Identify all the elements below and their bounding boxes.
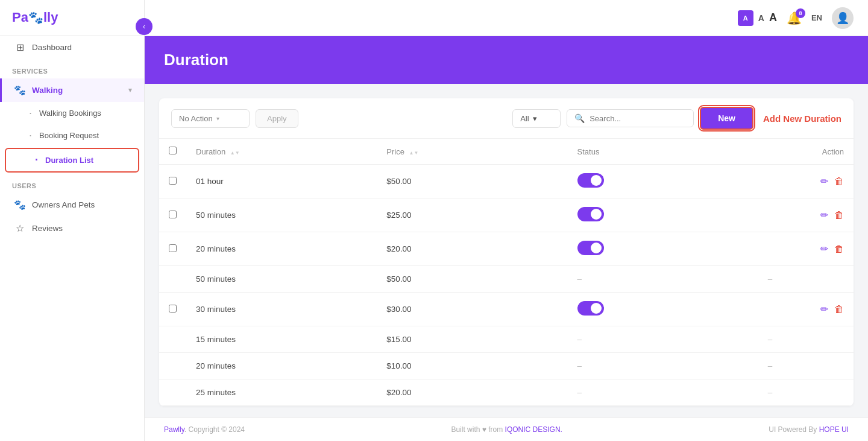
no-action-chevron-icon: ▾ [216, 115, 219, 122]
main-content: A A A 🔔 8 EN 👤 Duration No Action ▾ Appl… [145, 0, 868, 441]
row-status: – [568, 266, 758, 293]
sidebar-item-owners-pets[interactable]: 🐾 Owners And Pets [0, 193, 144, 217]
font-large-button[interactable]: A [769, 11, 777, 24]
content-area: No Action ▾ Apply All ▾ 🔍 New Add New Du… [145, 84, 868, 417]
new-button-label: New [718, 113, 735, 123]
sidebar: Pa🐾lly ‹ ⊞ Dashboard SERVICES 🐾 Walking … [0, 0, 145, 441]
edit-button[interactable]: ✏ [820, 243, 828, 255]
col-action: Action [758, 139, 854, 165]
sort-icon: ▲▼ [230, 151, 240, 156]
delete-button[interactable]: 🗑 [834, 244, 844, 255]
footer-pawlly-link[interactable]: Pawlly [164, 425, 184, 434]
col-checkbox [159, 139, 186, 165]
row-checkbox[interactable] [169, 305, 177, 313]
page-title: Duration [164, 51, 849, 69]
action-dash: – [768, 335, 773, 344]
sidebar-walking-label: Walking [32, 86, 63, 95]
row-checkbox[interactable] [169, 177, 177, 185]
font-medium-button[interactable]: A [758, 13, 764, 23]
row-status [568, 232, 758, 266]
footer-hope-link[interactable]: HOPE UI [819, 425, 849, 434]
row-action: ✏🗑 [758, 165, 854, 198]
sidebar-item-walking-bookings[interactable]: · Walking Bookings [0, 102, 144, 124]
row-checkbox[interactable] [169, 211, 177, 218]
row-duration: 50 minutes [186, 266, 377, 293]
footer-copyright: Pawlly. Copyright © 2024 [164, 425, 245, 434]
status-toggle[interactable] [577, 241, 604, 255]
row-action: ✏🗑 [758, 198, 854, 232]
reviews-icon: ☆ [14, 223, 26, 234]
filter-all-select[interactable]: All ▾ [512, 109, 561, 128]
sub-dot-active-icon: · [35, 154, 38, 167]
reviews-label: Reviews [32, 224, 63, 233]
language-button[interactable]: EN [811, 13, 822, 22]
footer-built-with: Built with ♥ from IQONIC DESIGN. [451, 425, 562, 434]
table-header-row: Duration ▲▼ Price ▲▼ Status Action [159, 139, 854, 165]
footer-iqonic-link[interactable]: IQONIC DESIGN. [505, 425, 562, 434]
avatar[interactable]: 👤 [832, 7, 854, 29]
table-row: 20 minutes$20.00✏🗑 [159, 232, 854, 266]
row-checkbox[interactable] [169, 244, 177, 252]
row-status: – [568, 353, 758, 379]
sidebar-collapse-button[interactable]: ‹ [136, 18, 153, 35]
row-action: ✏🗑 [758, 293, 854, 326]
services-section-label: SERVICES [0, 59, 144, 78]
row-price: $30.00 [377, 293, 567, 326]
filter-chevron-icon: ▾ [533, 114, 537, 123]
row-price: $25.00 [377, 198, 567, 232]
table-row: 50 minutes$50.00–– [159, 266, 854, 293]
sidebar-item-label: Dashboard [32, 43, 72, 52]
select-all-checkbox[interactable] [169, 147, 177, 154]
walking-chevron-icon: ▾ [128, 86, 132, 94]
status-toggle[interactable] [577, 173, 604, 188]
row-price: $50.00 [377, 266, 567, 293]
apply-button[interactable]: Apply [256, 109, 298, 128]
dashboard-icon: ⊞ [14, 42, 26, 53]
walking-icon: 🐾 [14, 84, 26, 96]
row-action: – [758, 379, 854, 406]
row-status [568, 198, 758, 232]
row-status: – [568, 379, 758, 406]
action-dash: – [768, 361, 773, 370]
duration-table: Duration ▲▼ Price ▲▼ Status Action 01 ho… [159, 139, 854, 406]
font-size-controls: A A A [738, 10, 777, 26]
row-status: – [568, 326, 758, 353]
search-box[interactable]: 🔍 [567, 109, 694, 127]
sidebar-item-duration-list[interactable]: · Duration List [5, 148, 139, 173]
col-duration[interactable]: Duration ▲▼ [186, 139, 377, 165]
row-duration: 20 minutes [186, 353, 377, 379]
status-toggle[interactable] [577, 207, 604, 221]
filter-all-label: All [520, 114, 529, 123]
row-price: $20.00 [377, 232, 567, 266]
no-action-select[interactable]: No Action ▾ [171, 109, 250, 128]
sidebar-item-dashboard[interactable]: ⊞ Dashboard [0, 36, 144, 59]
logo-text: Pa🐾lly [12, 10, 58, 25]
search-input[interactable] [590, 114, 686, 123]
toolbar: No Action ▾ Apply All ▾ 🔍 New Add New Du… [159, 98, 854, 139]
edit-button[interactable]: ✏ [820, 303, 828, 315]
new-button[interactable]: New [700, 107, 753, 130]
font-small-button[interactable]: A [738, 10, 753, 26]
content-card: No Action ▾ Apply All ▾ 🔍 New Add New Du… [159, 98, 854, 406]
footer-powered-by: UI Powered By HOPE UI [769, 425, 849, 434]
col-price[interactable]: Price ▲▼ [377, 139, 567, 165]
row-action: – [758, 266, 854, 293]
no-action-label: No Action [179, 114, 213, 123]
row-status [568, 165, 758, 198]
row-status [568, 293, 758, 326]
edit-button[interactable]: ✏ [820, 176, 828, 187]
edit-button[interactable]: ✏ [820, 209, 828, 221]
delete-button[interactable]: 🗑 [834, 304, 844, 315]
sidebar-item-walking[interactable]: 🐾 Walking ▾ [0, 78, 144, 102]
sidebar-item-booking-request[interactable]: · Booking Request [0, 124, 144, 147]
owners-pets-label: Owners And Pets [32, 200, 95, 209]
action-dash: – [768, 388, 773, 397]
topbar: A A A 🔔 8 EN 👤 [145, 0, 868, 36]
delete-button[interactable]: 🗑 [834, 210, 844, 221]
row-duration: 50 minutes [186, 198, 377, 232]
action-dash: – [768, 274, 773, 284]
status-toggle[interactable] [577, 301, 604, 316]
sidebar-item-reviews[interactable]: ☆ Reviews [0, 217, 144, 240]
notification-button[interactable]: 🔔 8 [787, 11, 802, 25]
delete-button[interactable]: 🗑 [834, 176, 844, 187]
